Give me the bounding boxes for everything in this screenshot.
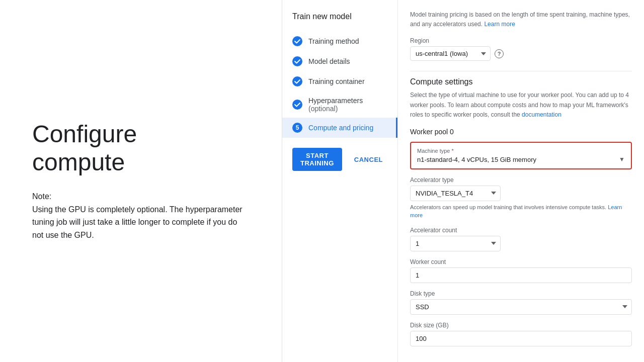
accelerator-count-label: Accelerator count — [410, 227, 632, 234]
worker-count-label: Worker count — [410, 258, 632, 265]
disk-size-label: Disk size (GB) — [410, 322, 632, 329]
region-label: Region — [410, 37, 632, 44]
note-text: Using the GPU is completely optional. Th… — [32, 203, 250, 242]
documentation-link[interactable]: documentation — [522, 111, 561, 118]
worker-count-input[interactable] — [410, 267, 632, 283]
region-select-wrapper: us-central1 (Iowa) ? — [410, 46, 632, 61]
disk-type-field: Disk type SSD — [410, 290, 632, 315]
disk-size-input[interactable] — [410, 331, 632, 346]
accelerator-type-select[interactable]: NVIDIA_TESLA_T4 — [410, 186, 501, 201]
sidebar-item-label: Hyperparameters (optional) — [308, 97, 389, 113]
accelerator-count-select[interactable]: 1 — [410, 236, 501, 251]
left-panel: Configurecompute Note: Using the GPU is … — [0, 0, 282, 362]
sidebar-item-compute-and-pricing[interactable]: 5 Compute and pricing — [282, 118, 397, 138]
sidebar-item-label: Compute and pricing — [308, 124, 373, 132]
sidebar-item-label: Training container — [308, 77, 365, 85]
sidebar-item-hyperparameters[interactable]: Hyperparameters (optional) — [282, 92, 397, 118]
disk-size-field: Disk size (GB) — [410, 322, 632, 346]
svg-point-2 — [292, 76, 302, 86]
accelerator-count-field: Accelerator count 1 — [410, 227, 632, 251]
disk-type-select[interactable]: SSD — [410, 299, 632, 315]
accelerator-type-field: Accelerator type NVIDIA_TESLA_T4 Acceler… — [410, 176, 632, 220]
start-training-button[interactable]: START TRAINING — [292, 148, 342, 171]
sidebar-item-model-details[interactable]: Model details — [282, 51, 397, 71]
sidebar-item-training-method[interactable]: Training method — [282, 31, 397, 51]
disk-type-label: Disk type — [410, 290, 632, 297]
main-content: Model training pricing is based on the l… — [398, 0, 644, 362]
check-icon — [292, 56, 302, 66]
machine-type-value[interactable]: n1-standard-4, 4 vCPUs, 15 GiB memory ▼ — [417, 156, 625, 163]
sidebar-title: Train new model — [282, 12, 397, 31]
accelerator-hint: Accelerators can speed up model training… — [410, 203, 632, 220]
worker-pool-title: Worker pool 0 — [410, 128, 632, 136]
region-section: Region us-central1 (Iowa) ? — [410, 37, 632, 61]
region-select[interactable]: us-central1 (Iowa) — [410, 46, 491, 61]
machine-type-label: Machine type * — [417, 148, 625, 154]
sidebar-item-training-container[interactable]: Training container — [282, 71, 397, 92]
worker-count-field: Worker count — [410, 258, 632, 283]
pricing-info: Model training pricing is based on the l… — [410, 10, 632, 29]
sidebar-item-label: Training method — [308, 37, 359, 45]
check-icon — [292, 76, 302, 86]
cancel-button[interactable]: CANCEL — [346, 148, 391, 171]
sidebar: Train new model Training method Model de… — [282, 0, 398, 362]
svg-point-1 — [292, 56, 302, 66]
learn-more-link[interactable]: Learn more — [484, 21, 515, 28]
svg-point-0 — [292, 36, 302, 46]
page-title: Configurecompute — [32, 120, 250, 175]
machine-type-box: Machine type * n1-standard-4, 4 vCPUs, 1… — [410, 142, 632, 169]
svg-point-3 — [292, 100, 302, 110]
dropdown-arrow-icon: ▼ — [619, 156, 625, 163]
sidebar-buttons: START TRAINING CANCEL — [282, 138, 397, 171]
check-icon — [292, 36, 302, 46]
note-label: Note: — [32, 192, 250, 201]
compute-settings-title: Compute settings — [410, 77, 632, 86]
help-icon[interactable]: ? — [495, 49, 504, 58]
sidebar-item-label: Model details — [308, 57, 350, 65]
divider — [410, 71, 632, 71]
compute-settings-desc: Select the type of virtual machine to us… — [410, 90, 632, 120]
step-number: 5 — [292, 123, 302, 133]
right-panel: Train new model Training method Model de… — [282, 0, 644, 362]
check-icon — [292, 100, 302, 110]
accelerator-type-label: Accelerator type — [410, 176, 632, 184]
